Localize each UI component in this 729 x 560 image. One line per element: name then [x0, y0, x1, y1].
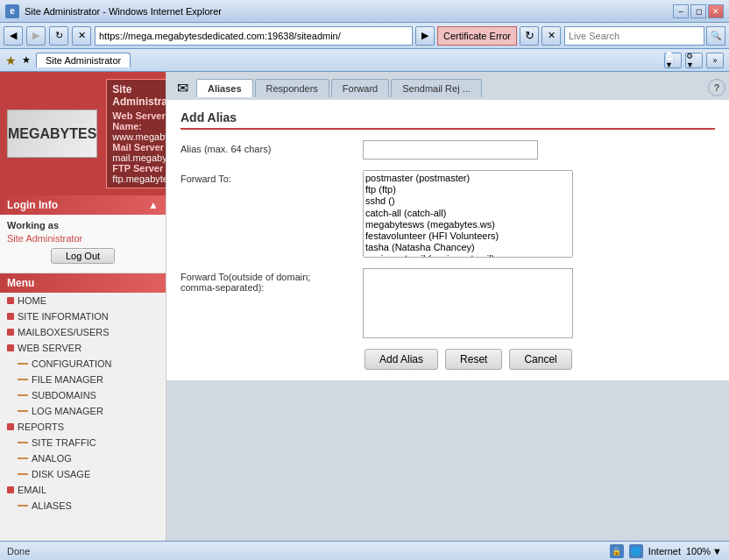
menu-header: Menu	[0, 273, 166, 293]
sidebar-item-file-manager-label: FILE MANAGER	[32, 374, 103, 385]
sidebar-item-mailboxes[interactable]: MAILBOXES/USERS	[0, 324, 166, 340]
favorites-label: ★	[22, 54, 31, 66]
content-area: ✉ Aliases Responders Forward Sendmail Re…	[166, 72, 729, 541]
fav-tab[interactable]: Site Administrator	[36, 53, 131, 67]
page-menu-button[interactable]: 📄 ▼	[664, 53, 682, 68]
tab-aliases[interactable]: Aliases	[196, 79, 253, 97]
search-button[interactable]: 🔍	[706, 26, 725, 46]
form-area: Add Alias Alias (max. 64 chars) Forward …	[166, 100, 729, 380]
mailboxes-bullet-icon	[7, 329, 14, 336]
list-item[interactable]: megabytesws (megabytes.ws)	[365, 219, 570, 230]
status-zone: Internet	[648, 546, 681, 556]
help-button[interactable]: ?	[708, 79, 725, 96]
tab-forward[interactable]: Forward	[331, 79, 389, 97]
cancel-button[interactable]: Cancel	[509, 349, 571, 370]
list-item[interactable]: catch-all (catch-all)	[365, 208, 570, 219]
list-item[interactable]: ensimrootmail (ensimrootmail)	[365, 253, 570, 258]
sidebar-item-email[interactable]: EMAIL	[0, 482, 166, 498]
restore-button[interactable]: ◻	[690, 4, 706, 18]
go-button[interactable]: ▶	[415, 26, 435, 46]
window-controls: – ◻ ✕	[673, 4, 724, 18]
logout-button[interactable]: Log Out	[51, 248, 115, 264]
fav-icons: 📄 ▼ ⚙ ▼ »	[664, 53, 724, 68]
working-as-label: Working as	[7, 220, 159, 230]
login-info-collapse-icon[interactable]: ▲	[148, 199, 159, 211]
list-item[interactable]: sshd ()	[365, 195, 570, 207]
address-bar[interactable]	[95, 26, 413, 46]
list-item[interactable]: postmaster (postmaster)	[365, 173, 570, 184]
sidebar-item-mailboxes-label: MAILBOXES/USERS	[18, 327, 110, 337]
stop-button[interactable]: ✕	[72, 26, 91, 46]
sidebar-item-email-label: EMAIL	[18, 485, 46, 495]
cert-close-button[interactable]: ✕	[541, 26, 561, 46]
main-layout: MEGABYTES Site Administrator Web Server …	[0, 72, 729, 541]
sidebar-item-site-traffic[interactable]: SITE TRAFFIC	[0, 435, 166, 450]
sidebar-item-web-server[interactable]: WEB SERVER	[0, 340, 166, 356]
forward-to-listbox[interactable]: postmaster (postmaster) ftp (ftp) sshd (…	[363, 170, 573, 258]
sidebar-item-site-information-label: SITE INFORMATION	[18, 311, 109, 322]
config-dash-icon	[18, 363, 28, 365]
site-admin-link[interactable]: Site Administrator	[7, 233, 82, 244]
search-input[interactable]	[564, 26, 704, 46]
sidebar-item-analog[interactable]: ANALOG	[0, 450, 166, 466]
sidebar-item-subdomains[interactable]: SUBDOMAINS	[0, 387, 166, 403]
fav-bar: ★ ★ Site Administrator 📄 ▼ ⚙ ▼ »	[0, 49, 729, 72]
aliases-dash-icon	[18, 505, 28, 507]
forward-button[interactable]: ▶	[26, 26, 46, 46]
login-info-header: Login Info ▲	[0, 195, 166, 215]
sidebar-item-log-manager[interactable]: LOG MANAGER	[0, 403, 166, 419]
ftp-server-info: FTP Server Name: ftp.megabytes.ws	[112, 163, 166, 184]
sidebar-item-home[interactable]: HOME	[0, 293, 166, 308]
refresh-button[interactable]: ↻	[49, 26, 68, 46]
cert-error-button[interactable]: Certificate Error	[437, 26, 517, 46]
reset-button[interactable]: Reset	[445, 349, 502, 370]
sidebar-item-reports[interactable]: REPORTS	[0, 419, 166, 435]
browser-title: Site Administrator - Windows Internet Ex…	[25, 6, 222, 17]
sidebar-item-web-server-label: WEB SERVER	[18, 343, 81, 353]
tools-menu-button[interactable]: ⚙ ▼	[685, 53, 703, 68]
list-item[interactable]: festavolunteer (HFI Volunteers)	[365, 230, 570, 242]
sidebar-item-configuration-label: CONFIGURATION	[32, 358, 111, 369]
forward-outside-textarea[interactable]	[363, 268, 573, 338]
zoom-control[interactable]: 100% ▼	[686, 546, 722, 556]
add-alias-button[interactable]: Add Alias	[364, 349, 438, 370]
status-bar: Done 🔒 🌐 Internet 100% ▼	[0, 541, 729, 560]
sidebar-item-subdomains-label: SUBDOMAINS	[32, 390, 96, 401]
web-server-value: www.megabytes.ws	[112, 131, 166, 142]
home-bullet-icon	[7, 297, 14, 304]
zoom-dropdown-icon[interactable]: ▼	[712, 546, 722, 556]
sidebar-item-site-information[interactable]: SITE INFORMATION	[0, 308, 166, 324]
web-server-info: Web Server Name: www.megabytes.ws	[112, 110, 166, 142]
forward-to-label: Forward To:	[180, 170, 356, 184]
web-server-label: Web Server Name:	[112, 110, 165, 131]
sidebar-item-disk-usage[interactable]: DISK USAGE	[0, 466, 166, 482]
forward-outside-label: Forward To(outside of domain;comma-separ…	[180, 268, 356, 293]
extend-toolbar-button[interactable]: »	[706, 53, 724, 68]
sidebar-item-file-manager[interactable]: FILE MANAGER	[0, 372, 166, 387]
sidebar-item-reports-label: REPORTS	[18, 422, 64, 432]
alias-input[interactable]	[363, 140, 538, 159]
sidebar-item-site-traffic-label: SITE TRAFFIC	[32, 437, 96, 448]
login-info-body: Working as Site Administrator Log Out	[0, 215, 166, 273]
sidebar: MEGABYTES Site Administrator Web Server …	[0, 72, 166, 541]
forward-outside-row: Forward To(outside of domain;comma-separ…	[180, 268, 715, 338]
list-item[interactable]: tasha (Natasha Chancey)	[365, 242, 570, 253]
sidebar-item-home-label: HOME	[18, 295, 46, 306]
cert-refresh-button[interactable]: ↻	[520, 26, 539, 46]
logo: MEGABYTES	[7, 110, 97, 158]
tab-sendmail-rej[interactable]: Sendmail Rej ...	[391, 79, 482, 97]
zoom-level: 100%	[686, 546, 711, 556]
sidebar-item-aliases[interactable]: ALIASES	[0, 498, 166, 514]
web-server-bullet-icon	[7, 344, 14, 351]
back-button[interactable]: ◀	[4, 26, 23, 46]
sidebar-item-configuration[interactable]: CONFIGURATION	[0, 356, 166, 372]
search-container: 🔍	[564, 26, 725, 46]
alias-label: Alias (max. 64 chars)	[180, 140, 356, 154]
tab-responders[interactable]: Responders	[255, 79, 329, 97]
minimize-button[interactable]: –	[673, 4, 689, 18]
menu-items: HOME SITE INFORMATION MAILBOXES/USERS WE…	[0, 293, 166, 541]
mail-server-info: Mail Server Name: mail.megabytes.ws	[112, 142, 166, 163]
list-item[interactable]: ftp (ftp)	[365, 184, 570, 195]
close-button[interactable]: ✕	[708, 4, 724, 18]
sidebar-item-analog-label: ANALOG	[32, 453, 72, 464]
